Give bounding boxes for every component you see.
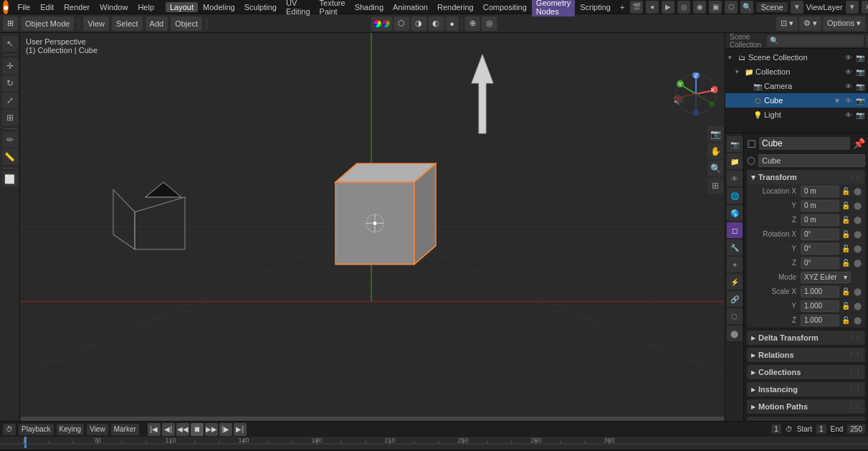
prop-tab-object[interactable]: ◻	[727, 222, 743, 238]
prop-location-z-lock[interactable]: 🔓	[841, 216, 851, 224]
menu-file[interactable]: File	[13, 2, 34, 12]
prop-location-x-lock[interactable]: 🔓	[841, 187, 851, 195]
scene-selector[interactable]: Scene	[756, 2, 787, 12]
prop-location-y-field[interactable]: 0 m	[801, 200, 839, 212]
menu-window[interactable]: Window	[95, 2, 132, 12]
prop-scale-z-field[interactable]: 1.000	[801, 315, 839, 326]
outliner-item-camera[interactable]: 📷 Camera 👁 📷	[725, 79, 868, 93]
prop-location-x-anim[interactable]: ⬤	[852, 187, 862, 195]
prop-tab-data[interactable]: ⬡	[727, 308, 743, 324]
viewport-shading-mat[interactable]: ◐	[428, 16, 444, 31]
prop-section-transform-header[interactable]: ▾ Transform ⋮⋮	[747, 170, 865, 184]
workspace-scripting[interactable]: Scripting	[576, 2, 615, 12]
prop-tab-output[interactable]: 📁	[727, 153, 743, 169]
viewport-hand-btn[interactable]: ✋	[707, 143, 723, 159]
viewlayer-add-icon[interactable]: ▼	[846, 1, 859, 14]
workspace-rendering[interactable]: Rendering	[433, 2, 478, 12]
prop-tab-world[interactable]: 🌎	[727, 205, 743, 221]
workspace-geometry-nodes[interactable]: Geometry Nodes	[532, 0, 575, 16]
workspace-animation[interactable]: Animation	[388, 2, 432, 12]
viewport-zoom-btn[interactable]: 🔍	[707, 161, 723, 176]
overlay-toggle[interactable]: ⊡ ▾	[776, 16, 798, 31]
viewport-snap[interactable]: ⊕	[465, 16, 480, 31]
timeline-step-back-btn[interactable]: ◀|	[162, 423, 175, 436]
viewport-shading-render[interactable]: ●	[445, 16, 459, 31]
prop-scale-y-anim[interactable]: ⬤	[852, 302, 862, 310]
add-workspace-button[interactable]: +	[616, 2, 629, 12]
workspace-compositing[interactable]: Compositing	[479, 2, 531, 12]
tool-measure[interactable]: 📏	[2, 149, 18, 165]
prop-scale-x-anim[interactable]: ⬤	[852, 288, 862, 295]
workspace-sculpting[interactable]: Sculpting	[240, 2, 281, 12]
workspace-layout[interactable]: Layout	[166, 2, 198, 12]
prop-scale-z-anim[interactable]: ⬤	[852, 316, 862, 324]
outliner-render-light[interactable]: 📷	[855, 110, 865, 120]
prop-tab-render[interactable]: 📷	[727, 136, 743, 152]
prop-section-delta-header[interactable]: ▸ Delta Transform ⋮⋮	[747, 331, 865, 345]
toolbar-object[interactable]: Object	[171, 16, 202, 31]
prop-rotation-z-lock[interactable]: 🔓	[841, 259, 851, 267]
timeline-play-back-btn[interactable]: ◀◀	[176, 423, 189, 436]
prop-scale-z-lock[interactable]: 🔓	[841, 316, 851, 324]
tool-move[interactable]: ✛	[2, 58, 18, 74]
header-close-icon[interactable]: ✕	[862, 1, 868, 14]
outliner-vis-camera[interactable]: 👁	[844, 81, 854, 91]
viewport-proportional[interactable]: ◎	[482, 16, 497, 31]
prop-rotation-mode-dropdown[interactable]: XYZ Euler ▾	[801, 272, 851, 283]
tool-add-cube[interactable]: ⬜	[2, 171, 18, 187]
outliner-vis-scene[interactable]: 👁	[844, 52, 854, 62]
header-search[interactable]: 🔍	[740, 1, 753, 14]
workspace-uv-editing[interactable]: UV Editing	[282, 0, 315, 16]
ruler-bar[interactable]: 1 70 110 140 180 210 250	[0, 437, 868, 450]
prop-rotation-z-field[interactable]: 0°	[801, 257, 839, 269]
prop-scale-y-field[interactable]: 1.000	[801, 300, 839, 312]
prop-tab-constraints[interactable]: 🔗	[727, 291, 743, 307]
timeline-play-btn[interactable]: ▶▶	[205, 423, 218, 436]
timeline-playback[interactable]: Playback	[19, 424, 54, 435]
timeline-keying[interactable]: Keying	[57, 424, 85, 435]
prop-tab-material[interactable]: ⬤	[727, 326, 743, 341]
menu-render[interactable]: Render	[59, 2, 94, 12]
outliner-vis-cube[interactable]: 👁	[844, 95, 854, 105]
menu-help[interactable]: Help	[133, 2, 158, 12]
prop-section-collections-header[interactable]: ▸ Collections ⋮⋮	[747, 365, 865, 379]
prop-tab-scene[interactable]: 🌐	[727, 188, 743, 204]
viewport-3d[interactable]: User Perspective (1) Collection | Cube X…	[20, 33, 725, 421]
prop-tab-view[interactable]: 👁	[727, 171, 743, 186]
timeline-skip-start-btn[interactable]: |◀	[148, 423, 161, 436]
prop-scale-y-lock[interactable]: 🔓	[841, 302, 851, 310]
prop-rotation-x-field[interactable]: 0°	[801, 229, 839, 240]
viewport-camera-btn[interactable]: 📷	[707, 126, 723, 142]
tool-scale[interactable]: ⤢	[2, 92, 18, 108]
prop-location-y-anim[interactable]: ⬤	[852, 201, 862, 209]
prop-rotation-y-anim[interactable]: ⬤	[852, 245, 862, 252]
options-button[interactable]: Options ▾	[823, 16, 865, 31]
prop-scale-x-lock[interactable]: 🔓	[841, 288, 851, 295]
workspace-shading[interactable]: Shading	[350, 2, 388, 12]
object-name-field[interactable]: Cube	[759, 137, 850, 150]
tool-cursor[interactable]: ↖	[2, 36, 18, 52]
outliner-search-input[interactable]	[767, 35, 864, 47]
outliner-item-scene-collection[interactable]: ▾ 🗂 Scene Collection 👁 📷	[725, 50, 868, 65]
prop-rotation-y-field[interactable]: 0°	[801, 243, 839, 255]
outliner-item-cube[interactable]: ⬡ Cube ▼ 👁 📷	[725, 93, 868, 108]
prop-rotation-x-anim[interactable]: ⬤	[852, 230, 862, 238]
prop-rotation-z-anim[interactable]: ⬤	[852, 259, 862, 267]
prop-pin-icon[interactable]: 📌	[853, 138, 865, 149]
prop-data-name-field[interactable]: Cube	[758, 154, 865, 167]
timeline-start-frame[interactable]: 1	[816, 424, 826, 434]
outliner-item-collection[interactable]: ▾ 📁 Collection 👁 📷	[725, 65, 868, 79]
prop-tab-modifier[interactable]: 🔧	[727, 239, 743, 255]
tool-rotate[interactable]: ↻	[2, 75, 18, 91]
timeline-view[interactable]: View	[87, 424, 108, 435]
timeline-step-fwd-btn[interactable]: |▶	[219, 423, 232, 436]
outliner-filter-cube[interactable]: ▼	[832, 95, 842, 105]
viewport-layout-btn[interactable]: ⊞	[707, 178, 723, 194]
workspace-modeling[interactable]: Modeling	[199, 2, 239, 12]
outliner-vis-collection[interactable]: 👁	[844, 67, 854, 77]
viewport-shading-wire[interactable]: ⬡	[394, 16, 409, 31]
prop-location-x-field[interactable]: 0 m	[801, 186, 839, 197]
outliner-item-light[interactable]: 💡 Light 👁 📷	[725, 108, 868, 122]
navigation-gizmo[interactable]: X Y Z	[674, 72, 717, 115]
shading-color2-icon[interactable]	[382, 20, 389, 27]
